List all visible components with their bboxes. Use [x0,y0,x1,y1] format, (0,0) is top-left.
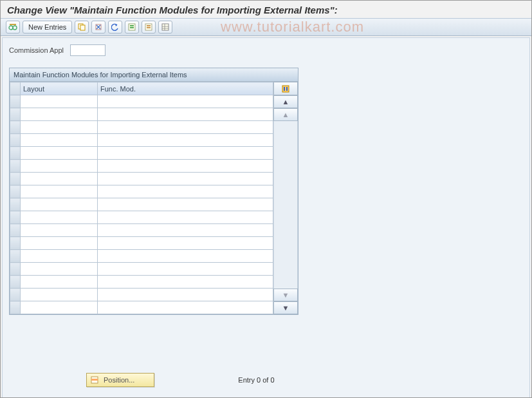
function-modules-table: Layout Func. Mod. [10,82,273,314]
row-selector[interactable] [10,198,21,211]
cell-func-mod[interactable] [98,301,273,314]
cell-func-mod[interactable] [98,147,273,160]
row-selector[interactable] [10,160,21,173]
table-row[interactable] [10,173,273,185]
undo-button[interactable] [108,21,122,33]
row-selector[interactable] [10,301,21,314]
row-selector[interactable] [10,173,21,185]
new-entries-button[interactable]: New Entries [23,21,72,33]
scroll-down-button-2[interactable]: ▼ [273,289,298,301]
scroll-down-button[interactable]: ▼ [273,301,298,314]
scroll-up-button-2[interactable]: ▲ [273,108,298,121]
svg-rect-14 [286,87,288,91]
cell-layout[interactable] [21,160,98,173]
cell-layout[interactable] [21,289,98,301]
configure-columns-button[interactable] [273,82,298,95]
application-toolbar: New Entries www.tutorialkart.com [1,18,531,36]
table-row[interactable] [10,134,273,147]
table-row[interactable] [10,289,273,301]
cell-func-mod[interactable] [98,250,273,263]
table-scroll-column: ▲ ▲ ▼ ▼ [273,82,298,314]
row-selector[interactable] [10,263,21,276]
table-settings-button[interactable] [158,21,172,33]
row-selector[interactable] [10,250,21,263]
cell-func-mod[interactable] [98,185,273,198]
cell-func-mod[interactable] [98,276,273,289]
page-title: Change View "Maintain Function Modules f… [1,1,531,18]
table-row[interactable] [10,95,273,108]
select-all-button[interactable] [125,21,139,33]
cell-layout[interactable] [21,211,98,224]
cell-layout[interactable] [21,134,98,147]
cell-layout[interactable] [21,224,98,237]
cell-layout[interactable] [21,276,98,289]
cell-layout[interactable] [21,108,98,121]
cell-layout[interactable] [21,95,98,108]
scroll-up-button[interactable]: ▲ [273,95,298,108]
table-row[interactable] [10,185,273,198]
cell-func-mod[interactable] [98,173,273,185]
cell-layout[interactable] [21,263,98,276]
cell-layout[interactable] [21,301,98,314]
row-selector[interactable] [10,108,21,121]
table-row[interactable] [10,147,273,160]
cell-func-mod[interactable] [98,289,273,301]
cell-layout[interactable] [21,173,98,185]
svg-rect-6 [130,25,134,26]
chevron-down-icon: ▼ [282,291,289,299]
table-row[interactable] [10,160,273,173]
copy-button[interactable] [75,21,89,33]
cell-func-mod[interactable] [98,134,273,147]
row-selector[interactable] [10,147,21,160]
cell-layout[interactable] [21,147,98,160]
cell-func-mod[interactable] [98,263,273,276]
table-row[interactable] [10,121,273,134]
commission-appl-label: Commission Appl [9,46,64,54]
row-selector[interactable] [10,185,21,198]
select-all-corner[interactable] [10,82,21,95]
row-selector[interactable] [10,121,21,134]
delete-button[interactable] [91,21,105,33]
column-layout[interactable]: Layout [21,82,98,95]
row-selector[interactable] [10,289,21,301]
row-selector[interactable] [10,237,21,250]
cell-func-mod[interactable] [98,237,273,250]
table-row[interactable] [10,211,273,224]
position-label: Position... [104,376,134,384]
table-row[interactable] [10,108,273,121]
cell-layout[interactable] [21,121,98,134]
row-selector[interactable] [10,134,21,147]
cell-func-mod[interactable] [98,121,273,134]
change-display-button[interactable] [6,21,20,33]
table-row[interactable] [10,301,273,314]
table-row[interactable] [10,198,273,211]
table-row[interactable] [10,224,273,237]
deselect-all-button[interactable] [142,21,156,33]
cell-layout[interactable] [21,198,98,211]
commission-appl-input[interactable] [70,44,105,56]
row-selector[interactable] [10,224,21,237]
cell-func-mod[interactable] [98,95,273,108]
svg-rect-16 [91,379,98,381]
cell-layout[interactable] [21,237,98,250]
table-row[interactable] [10,276,273,289]
row-selector[interactable] [10,211,21,224]
row-selector[interactable] [10,276,21,289]
undo-icon [111,23,119,31]
column-func-mod[interactable]: Func. Mod. [98,82,273,95]
row-selector[interactable] [10,95,21,108]
cell-func-mod[interactable] [98,224,273,237]
table-row[interactable] [10,263,273,276]
cell-func-mod[interactable] [98,108,273,121]
cell-layout[interactable] [21,250,98,263]
cell-layout[interactable] [21,185,98,198]
cell-func-mod[interactable] [98,211,273,224]
scrollbar-track[interactable] [273,121,298,289]
svg-rect-10 [147,27,151,28]
cell-func-mod[interactable] [98,198,273,211]
table-row[interactable] [10,250,273,263]
cell-func-mod[interactable] [98,160,273,173]
svg-rect-3 [80,25,85,30]
table-row[interactable] [10,237,273,250]
position-button[interactable]: Position... [86,373,154,387]
